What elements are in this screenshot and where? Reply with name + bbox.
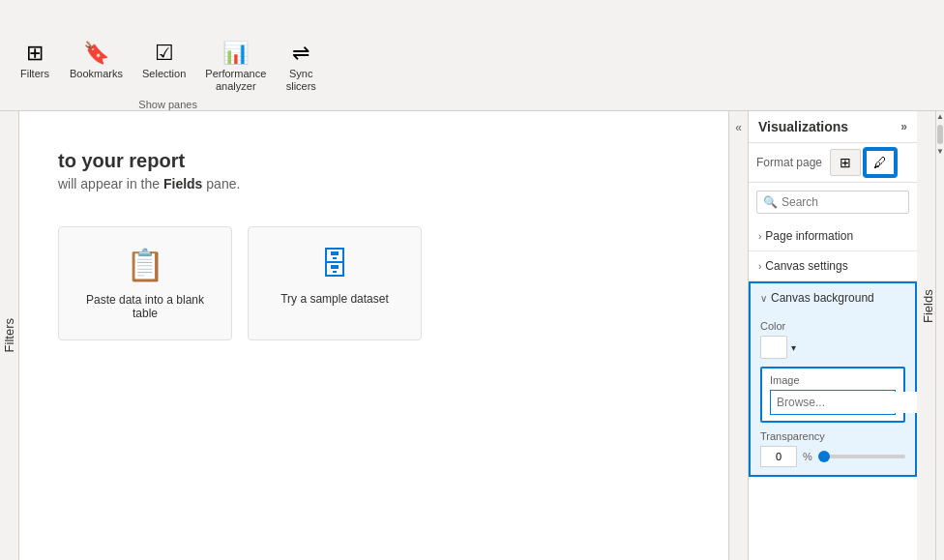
page-information-header[interactable]: › Page information	[749, 221, 917, 251]
search-input[interactable]	[782, 195, 917, 209]
canvas-background-section: ∨ Canvas background Color ▾ Image	[749, 281, 917, 477]
search-icon: 🔍	[763, 195, 778, 209]
scroll-thumb[interactable]	[937, 125, 943, 144]
transparency-input[interactable]	[760, 446, 797, 467]
page-information-label: Page information	[765, 229, 853, 243]
toolbar-group: ⊞ Filters 🔖 Bookmarks ☑ Selection 📊 Perf…	[12, 37, 324, 110]
grid-format-tab[interactable]: ⊞	[830, 149, 861, 176]
search-box: 🔍	[756, 191, 909, 214]
bookmarks-label: Bookmarks	[70, 68, 123, 80]
performance-icon: 📊	[222, 41, 249, 66]
slider-thumb	[818, 451, 830, 462]
color-field-label: Color	[760, 320, 905, 332]
scroll-down-arrow[interactable]: ▼	[936, 148, 944, 156]
filters-label: Filters	[20, 68, 49, 80]
canvas-settings-chevron: ›	[758, 261, 761, 272]
viz-panel-title: Visualizations	[758, 119, 848, 134]
canvas-background-content: Color ▾ Image 🖼	[751, 312, 915, 475]
toolbar-performance[interactable]: 📊 Performanceanalyzer	[197, 37, 274, 97]
color-dropdown-arrow[interactable]: ▾	[791, 342, 796, 353]
transparency-label: Transparency	[760, 430, 905, 442]
scroll-up-arrow[interactable]: ▲	[936, 113, 944, 121]
filters-strip-label: Filters	[2, 318, 16, 352]
color-swatch[interactable]	[760, 336, 787, 359]
sample-dataset-icon: 🗄	[319, 247, 350, 282]
sample-dataset-card[interactable]: 🗄 Try a sample dataset	[248, 226, 422, 340]
canvas-settings-section: › Canvas settings	[749, 251, 917, 281]
browse-row: 🖼	[770, 390, 896, 415]
performance-label: Performanceanalyzer	[205, 68, 266, 93]
pct-label: %	[803, 451, 812, 462]
visualizations-panel: Visualizations » Format page ⊞ 🖊 🔍	[748, 111, 917, 560]
fields-label: Fields	[921, 290, 935, 324]
canvas-settings-header[interactable]: › Canvas settings	[749, 251, 917, 280]
sample-dataset-label: Try a sample dataset	[280, 292, 389, 306]
main-area: Filters to your report will appear in th…	[0, 111, 944, 560]
paste-data-label: Paste data into a blank table	[82, 293, 208, 320]
collapse-icon: «	[735, 121, 742, 134]
canvas-background-header[interactable]: ∨ Canvas background	[751, 283, 915, 312]
format-label: Format page	[756, 156, 822, 169]
canvas-text-block: to your report will appear in the Fields…	[58, 150, 690, 192]
filters-icon: ⊞	[26, 41, 44, 66]
toolbar-selection[interactable]: ☑ Selection	[134, 37, 193, 97]
sync-slicers-icon: ⇌	[292, 41, 310, 66]
selection-icon: ☑	[155, 41, 174, 66]
browse-input[interactable]	[771, 392, 917, 413]
bookmarks-icon: 🔖	[83, 41, 109, 66]
selection-label: Selection	[142, 68, 186, 80]
toolbar-bookmarks[interactable]: 🔖 Bookmarks	[62, 37, 131, 97]
canvas-area: to your report will appear in the Fields…	[19, 111, 728, 560]
page-information-section: › Page information	[749, 221, 917, 251]
toolbar-filters[interactable]: ⊞ Filters	[12, 37, 58, 97]
filters-strip[interactable]: Filters	[0, 111, 19, 560]
fields-panel[interactable]: Fields	[917, 111, 936, 560]
transparency-slider[interactable]	[818, 455, 905, 458]
paste-data-icon: 📋	[126, 247, 164, 283]
transparency-row: %	[760, 446, 905, 467]
canvas-background-label: Canvas background	[771, 291, 874, 305]
page-info-chevron: ›	[758, 231, 761, 242]
sync-slicers-label: Syncslicers	[286, 68, 316, 93]
image-label: Image	[770, 374, 896, 386]
canvas-heading: to your report	[58, 150, 690, 172]
canvas-bg-chevron: ∨	[760, 293, 767, 304]
scroll-track: ▲ ▼	[936, 111, 944, 560]
right-panels: « Visualizations » Format page ⊞ 🖊 🔍	[728, 111, 944, 560]
toolbar-sync-slicers[interactable]: ⇌ Syncslicers	[278, 37, 324, 97]
canvas-cards: 📋 Paste data into a blank table 🗄 Try a …	[58, 226, 690, 340]
show-panes-label: Show panes	[138, 99, 197, 110]
expand-icon[interactable]: »	[900, 120, 907, 133]
canvas-subtext: will appear in the Fields pane.	[58, 176, 690, 192]
canvas-settings-label: Canvas settings	[765, 259, 847, 273]
viz-panel-header: Visualizations »	[749, 111, 917, 143]
toolbar-icons-row: ⊞ Filters 🔖 Bookmarks ☑ Selection 📊 Perf…	[12, 37, 324, 97]
format-tabs: Format page ⊞ 🖊	[749, 143, 917, 183]
toolbar: ⊞ Filters 🔖 Bookmarks ☑ Selection 📊 Perf…	[0, 0, 944, 111]
paste-data-card[interactable]: 📋 Paste data into a blank table	[58, 226, 232, 340]
paint-format-tab[interactable]: 🖊	[865, 149, 896, 176]
collapse-visualizations-button[interactable]: «	[728, 111, 748, 560]
color-picker-row: ▾	[760, 336, 905, 359]
image-section: Image 🖼	[760, 367, 905, 423]
